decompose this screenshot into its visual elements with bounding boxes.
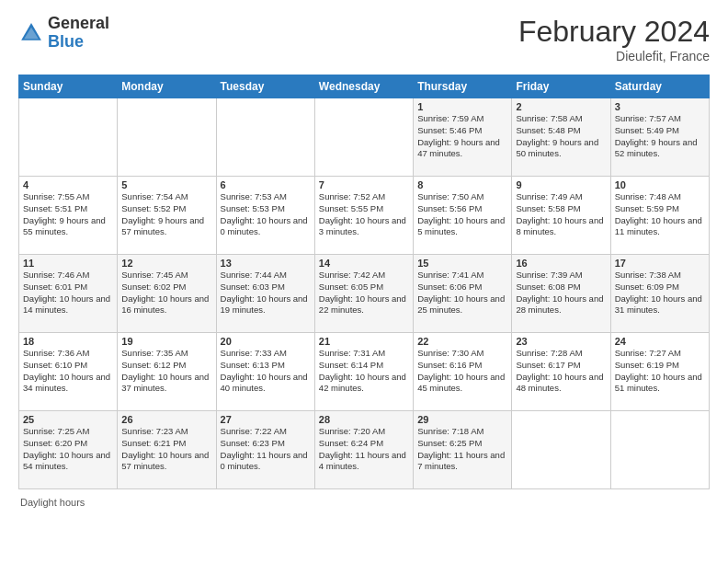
day-cell: 6Sunrise: 7:53 AM Sunset: 5:53 PM Daylig… <box>216 177 314 255</box>
day-number: 20 <box>221 336 311 347</box>
day-info: Sunrise: 7:41 AM Sunset: 6:06 PM Dayligh… <box>417 270 507 316</box>
day-info: Sunrise: 7:44 AM Sunset: 6:03 PM Dayligh… <box>221 270 311 316</box>
footer: Daylight hours <box>18 497 710 508</box>
day-cell: 12Sunrise: 7:45 AM Sunset: 6:02 PM Dayli… <box>118 255 216 333</box>
logo: General Blue <box>18 15 109 52</box>
day-number: 12 <box>121 258 211 269</box>
day-number: 9 <box>516 179 606 190</box>
day-info: Sunrise: 7:31 AM Sunset: 6:14 PM Dayligh… <box>319 348 409 395</box>
page: General Blue February 2024 Dieulefit, Fr… <box>0 0 728 519</box>
day-cell: 18Sunrise: 7:36 AM Sunset: 6:10 PM Dayli… <box>19 333 118 411</box>
day-info: Sunrise: 7:25 AM Sunset: 6:20 PM Dayligh… <box>23 426 113 473</box>
calendar-title: February 2024 <box>518 15 710 49</box>
day-number: 21 <box>319 336 409 347</box>
day-cell: 23Sunrise: 7:28 AM Sunset: 6:17 PM Dayli… <box>512 333 610 411</box>
week-row-2: 4Sunrise: 7:55 AM Sunset: 5:51 PM Daylig… <box>19 177 710 255</box>
day-number: 15 <box>417 258 507 269</box>
day-number: 5 <box>121 179 211 190</box>
day-number: 17 <box>615 258 705 269</box>
day-number: 4 <box>23 179 113 190</box>
weekday-header-monday: Monday <box>118 75 216 98</box>
day-cell: 25Sunrise: 7:25 AM Sunset: 6:20 PM Dayli… <box>19 411 118 489</box>
day-cell: 8Sunrise: 7:50 AM Sunset: 5:56 PM Daylig… <box>414 177 512 255</box>
day-cell: 24Sunrise: 7:27 AM Sunset: 6:19 PM Dayli… <box>610 333 709 411</box>
weekday-header-tuesday: Tuesday <box>216 75 314 98</box>
day-number: 3 <box>615 101 705 112</box>
weekday-header-thursday: Thursday <box>414 75 512 98</box>
day-cell: 28Sunrise: 7:20 AM Sunset: 6:24 PM Dayli… <box>314 411 413 489</box>
day-info: Sunrise: 7:48 AM Sunset: 5:59 PM Dayligh… <box>615 191 705 238</box>
day-cell: 20Sunrise: 7:33 AM Sunset: 6:13 PM Dayli… <box>216 333 314 411</box>
day-info: Sunrise: 7:59 AM Sunset: 5:46 PM Dayligh… <box>417 113 507 160</box>
day-cell: 9Sunrise: 7:49 AM Sunset: 5:58 PM Daylig… <box>512 177 610 255</box>
day-cell: 17Sunrise: 7:38 AM Sunset: 6:09 PM Dayli… <box>610 255 709 333</box>
day-info: Sunrise: 7:33 AM Sunset: 6:13 PM Dayligh… <box>221 348 311 395</box>
day-cell: 10Sunrise: 7:48 AM Sunset: 5:59 PM Dayli… <box>610 177 709 255</box>
day-cell: 15Sunrise: 7:41 AM Sunset: 6:06 PM Dayli… <box>414 255 512 333</box>
day-cell: 19Sunrise: 7:35 AM Sunset: 6:12 PM Dayli… <box>118 333 216 411</box>
day-info: Sunrise: 7:30 AM Sunset: 6:16 PM Dayligh… <box>417 348 507 395</box>
day-info: Sunrise: 7:39 AM Sunset: 6:08 PM Dayligh… <box>516 270 606 316</box>
week-row-5: 25Sunrise: 7:25 AM Sunset: 6:20 PM Dayli… <box>19 411 710 489</box>
day-info: Sunrise: 7:36 AM Sunset: 6:10 PM Dayligh… <box>23 348 113 395</box>
day-info: Sunrise: 7:52 AM Sunset: 5:55 PM Dayligh… <box>319 191 409 238</box>
day-info: Sunrise: 7:28 AM Sunset: 6:17 PM Dayligh… <box>516 348 606 395</box>
weekday-header-saturday: Saturday <box>610 75 709 98</box>
day-number: 6 <box>221 179 311 190</box>
day-info: Sunrise: 7:38 AM Sunset: 6:09 PM Dayligh… <box>615 270 705 316</box>
day-cell <box>512 411 610 489</box>
day-number: 11 <box>23 258 113 269</box>
day-cell: 16Sunrise: 7:39 AM Sunset: 6:08 PM Dayli… <box>512 255 610 333</box>
day-cell: 4Sunrise: 7:55 AM Sunset: 5:51 PM Daylig… <box>19 177 118 255</box>
day-number: 26 <box>121 414 211 425</box>
weekday-header-friday: Friday <box>512 75 610 98</box>
header: General Blue February 2024 Dieulefit, Fr… <box>18 15 710 63</box>
day-info: Sunrise: 7:57 AM Sunset: 5:49 PM Dayligh… <box>615 113 705 160</box>
day-cell <box>216 98 314 177</box>
day-cell <box>610 411 709 489</box>
day-info: Sunrise: 7:53 AM Sunset: 5:53 PM Dayligh… <box>221 191 311 238</box>
day-number: 19 <box>121 336 211 347</box>
day-info: Sunrise: 7:46 AM Sunset: 6:01 PM Dayligh… <box>23 270 113 316</box>
day-cell: 26Sunrise: 7:23 AM Sunset: 6:21 PM Dayli… <box>118 411 216 489</box>
day-cell <box>118 98 216 177</box>
day-info: Sunrise: 7:45 AM Sunset: 6:02 PM Dayligh… <box>121 270 211 316</box>
day-cell: 5Sunrise: 7:54 AM Sunset: 5:52 PM Daylig… <box>118 177 216 255</box>
day-number: 1 <box>417 101 507 112</box>
day-cell <box>19 98 118 177</box>
title-block: February 2024 Dieulefit, France <box>518 15 710 63</box>
day-number: 2 <box>516 101 606 112</box>
day-cell: 3Sunrise: 7:57 AM Sunset: 5:49 PM Daylig… <box>610 98 709 177</box>
day-info: Sunrise: 7:23 AM Sunset: 6:21 PM Dayligh… <box>121 426 211 473</box>
day-number: 23 <box>516 336 606 347</box>
day-info: Sunrise: 7:55 AM Sunset: 5:51 PM Dayligh… <box>23 191 113 238</box>
calendar-table: SundayMondayTuesdayWednesdayThursdayFrid… <box>18 75 710 489</box>
day-cell: 29Sunrise: 7:18 AM Sunset: 6:25 PM Dayli… <box>414 411 512 489</box>
day-cell: 13Sunrise: 7:44 AM Sunset: 6:03 PM Dayli… <box>216 255 314 333</box>
day-cell: 11Sunrise: 7:46 AM Sunset: 6:01 PM Dayli… <box>19 255 118 333</box>
day-info: Sunrise: 7:18 AM Sunset: 6:25 PM Dayligh… <box>417 426 507 473</box>
footer-label: Daylight hours <box>20 497 85 508</box>
day-number: 14 <box>319 258 409 269</box>
day-cell: 1Sunrise: 7:59 AM Sunset: 5:46 PM Daylig… <box>414 98 512 177</box>
day-info: Sunrise: 7:27 AM Sunset: 6:19 PM Dayligh… <box>615 348 705 395</box>
day-number: 8 <box>417 179 507 190</box>
day-cell <box>314 98 413 177</box>
day-info: Sunrise: 7:50 AM Sunset: 5:56 PM Dayligh… <box>417 191 507 238</box>
day-info: Sunrise: 7:58 AM Sunset: 5:48 PM Dayligh… <box>516 113 606 160</box>
logo-general-text: General <box>48 15 109 33</box>
day-info: Sunrise: 7:42 AM Sunset: 6:05 PM Dayligh… <box>319 270 409 316</box>
day-cell: 22Sunrise: 7:30 AM Sunset: 6:16 PM Dayli… <box>414 333 512 411</box>
day-cell: 21Sunrise: 7:31 AM Sunset: 6:14 PM Dayli… <box>314 333 413 411</box>
day-cell: 27Sunrise: 7:22 AM Sunset: 6:23 PM Dayli… <box>216 411 314 489</box>
logo-icon <box>18 20 44 46</box>
day-cell: 14Sunrise: 7:42 AM Sunset: 6:05 PM Dayli… <box>314 255 413 333</box>
day-number: 27 <box>221 414 311 425</box>
day-info: Sunrise: 7:22 AM Sunset: 6:23 PM Dayligh… <box>221 426 311 473</box>
week-row-3: 11Sunrise: 7:46 AM Sunset: 6:01 PM Dayli… <box>19 255 710 333</box>
day-number: 24 <box>615 336 705 347</box>
logo-blue-text: Blue <box>48 33 109 52</box>
day-info: Sunrise: 7:35 AM Sunset: 6:12 PM Dayligh… <box>121 348 211 395</box>
week-row-1: 1Sunrise: 7:59 AM Sunset: 5:46 PM Daylig… <box>19 98 710 177</box>
day-cell: 7Sunrise: 7:52 AM Sunset: 5:55 PM Daylig… <box>314 177 413 255</box>
